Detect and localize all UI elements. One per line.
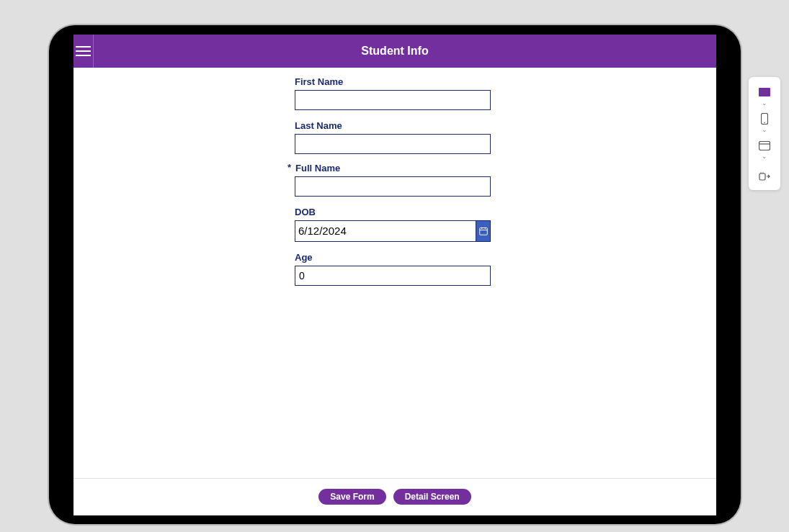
device-phone-option[interactable]: ⌄ (758, 112, 771, 133)
menu-button[interactable] (73, 35, 94, 68)
detail-screen-button[interactable]: Detail Screen (393, 489, 471, 505)
calendar-icon (479, 227, 488, 235)
tablet-icon (758, 86, 771, 99)
home-indicator (374, 510, 416, 513)
full-name-input[interactable] (295, 176, 491, 197)
field-age: Age (295, 251, 491, 286)
hamburger-icon (76, 46, 91, 48)
form-inner: First Name Last Name * Full Name DOB (295, 75, 491, 286)
field-first-name: First Name (295, 75, 491, 110)
page-title: Student Info (361, 45, 428, 58)
last-name-input[interactable] (295, 134, 491, 154)
field-last-name: Last Name (295, 119, 491, 154)
first-name-input[interactable] (295, 90, 491, 110)
label-full-name: Full Name (295, 163, 340, 173)
phone-icon (758, 112, 771, 125)
dob-input[interactable] (295, 220, 476, 242)
device-tablet-option[interactable]: ⌄ (758, 86, 771, 107)
label-age: Age (295, 252, 313, 263)
field-dob: DOB (295, 205, 491, 242)
svg-rect-8 (759, 141, 770, 150)
tablet-frame: Student Info First Name Last Name * Full… (49, 25, 741, 524)
browser-icon (758, 139, 771, 152)
label-last-name: Last Name (295, 120, 342, 131)
field-full-name: * Full Name (295, 163, 491, 197)
svg-point-7 (764, 122, 765, 124)
label-first-name: First Name (295, 76, 343, 87)
chevron-down-icon: ⌄ (762, 153, 767, 160)
device-browser-option[interactable]: ⌄ (758, 139, 771, 160)
date-picker-button[interactable] (476, 220, 491, 242)
form-area: First Name Last Name * Full Name DOB (73, 68, 716, 478)
chevron-down-icon: ⌄ (762, 127, 767, 133)
export-icon (758, 170, 771, 183)
svg-rect-5 (763, 95, 766, 96)
export-option[interactable] (758, 170, 771, 183)
tablet-screen: Student Info First Name Last Name * Full… (73, 35, 716, 515)
age-input[interactable] (295, 266, 491, 286)
svg-rect-0 (479, 227, 487, 235)
save-form-button[interactable]: Save Form (318, 489, 385, 505)
device-switcher-panel: ⌄ ⌄ ⌄ (749, 77, 780, 190)
label-dob: DOB (295, 207, 316, 217)
chevron-down-icon: ⌄ (762, 100, 767, 107)
required-marker: * (287, 163, 291, 172)
svg-rect-10 (759, 173, 765, 180)
app-header: Student Info (73, 35, 716, 68)
